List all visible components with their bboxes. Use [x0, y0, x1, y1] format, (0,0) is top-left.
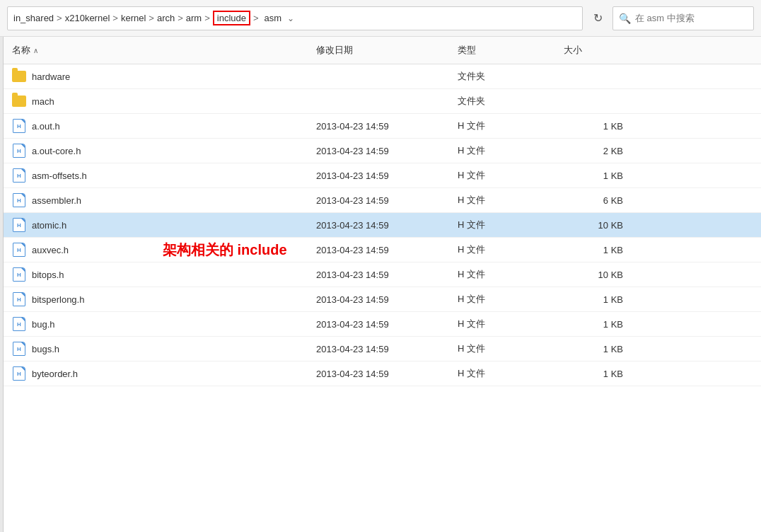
h-file-icon: H: [12, 366, 26, 381]
column-header-size[interactable]: 大小: [555, 41, 640, 59]
table-row[interactable]: Hasm-offsets.h2013-04-23 14:59H 文件1 KB: [4, 163, 761, 188]
file-type-cell: H 文件: [449, 362, 555, 385]
chevron-down-icon[interactable]: ⌄: [287, 13, 294, 23]
file-size-cell: 1 KB: [555, 289, 640, 310]
refresh-button[interactable]: ↻: [587, 8, 608, 29]
breadcrumb-sep-1: >: [112, 13, 118, 23]
file-name-cell: Hassembler.h: [4, 188, 308, 212]
file-modified-cell: 2013-04-23 14:59: [308, 265, 449, 285]
file-name-cell: Hbug.h: [4, 312, 308, 336]
file-name-label: mach: [32, 96, 54, 107]
table-row[interactable]: Hbitsperlong.h2013-04-23 14:59H 文件1 KB: [4, 287, 761, 312]
table-row[interactable]: mach文件夹: [4, 89, 761, 114]
file-name-label: atomic.h: [32, 220, 66, 231]
file-size-cell: 6 KB: [555, 190, 640, 211]
table-row[interactable]: Ha.out.h2013-04-23 14:59H 文件1 KB: [4, 114, 761, 139]
file-name-cell: Hasm-offsets.h: [4, 163, 308, 187]
list-header: 名称 ∧ 修改日期 类型 大小: [4, 37, 761, 64]
file-modified-cell: 2013-04-23 14:59: [308, 116, 449, 137]
file-modified-cell: 2013-04-23 14:59: [308, 166, 449, 186]
search-input[interactable]: [635, 13, 741, 23]
breadcrumb-sep-4: >: [204, 13, 210, 23]
file-name-label: bugs.h: [32, 344, 59, 354]
table-row[interactable]: Ha.out-core.h2013-04-23 14:59H 文件2 KB: [4, 139, 761, 163]
file-size-cell: 1 KB: [555, 314, 640, 335]
search-box[interactable]: 🔍: [612, 6, 754, 30]
file-size-cell: 1 KB: [555, 166, 640, 186]
file-name-cell: Hbyteorder.h: [4, 362, 308, 386]
table-row[interactable]: Hatomic.h2013-04-23 14:59H 文件10 KB: [4, 213, 761, 238]
file-type-cell: H 文件: [449, 164, 555, 187]
tooltip-text: 架构相关的 include: [163, 242, 287, 258]
file-type-cell: H 文件: [449, 337, 555, 360]
file-modified-cell: 2013-04-23 14:59: [308, 339, 449, 359]
file-name-label: hardware: [32, 71, 70, 82]
file-size-cell: 1 KB: [555, 240, 640, 260]
search-icon: 🔍: [619, 13, 631, 24]
file-modified-cell: 2013-04-23 14:59: [308, 364, 449, 384]
breadcrumb-arch[interactable]: arch: [157, 13, 175, 23]
table-row[interactable]: Hauxvec.h2013-04-23 14:59H 文件1 KB: [4, 238, 761, 262]
table-row[interactable]: Hbugs.h2013-04-23 14:59H 文件1 KB: [4, 337, 761, 362]
file-name-label: auxvec.h: [32, 245, 69, 255]
file-list-container: 名称 ∧ 修改日期 类型 大小 hardware文件夹mach文件夹Ha.out…: [0, 37, 761, 532]
file-size-cell: [555, 96, 640, 106]
table-row[interactable]: hardware文件夹: [4, 64, 761, 89]
file-name-label: bitops.h: [32, 270, 64, 280]
table-row[interactable]: Hbyteorder.h2013-04-23 14:59H 文件1 KB: [4, 362, 761, 386]
h-file-icon: H: [12, 193, 26, 207]
file-size-cell: 1 KB: [555, 364, 640, 384]
file-name-cell: hardware: [4, 64, 308, 88]
file-name-label: bitsperlong.h: [32, 294, 84, 305]
file-type-cell: H 文件: [449, 139, 555, 162]
file-rows: hardware文件夹mach文件夹Ha.out.h2013-04-23 14:…: [4, 64, 761, 386]
file-size-cell: [555, 71, 640, 81]
breadcrumb-sep-2: >: [149, 13, 154, 23]
breadcrumb-x210kernel[interactable]: x210kernel: [65, 13, 110, 23]
breadcrumb-arm[interactable]: arm: [186, 13, 202, 23]
file-name-label: assembler.h: [32, 195, 81, 206]
file-modified-cell: [308, 96, 449, 106]
h-file-icon: H: [12, 267, 26, 282]
file-name-label: a.out.h: [32, 121, 60, 132]
sidebar-edge: [0, 37, 4, 532]
file-modified-cell: [308, 71, 449, 81]
file-type-cell: 文件夹: [449, 90, 555, 112]
file-name-label: asm-offsets.h: [32, 170, 87, 181]
file-type-cell: H 文件: [449, 238, 555, 261]
file-modified-cell: 2013-04-23 14:59: [308, 240, 449, 260]
file-name-label: bug.h: [32, 319, 55, 330]
file-size-cell: 10 KB: [555, 215, 640, 236]
breadcrumb-in-shared[interactable]: in_shared: [13, 13, 54, 23]
file-name-cell: Hbitsperlong.h: [4, 287, 308, 311]
h-file-icon: H: [12, 292, 26, 306]
file-modified-cell: 2013-04-23 14:59: [308, 289, 449, 310]
file-size-cell: 10 KB: [555, 265, 640, 285]
table-row[interactable]: Hbitops.h2013-04-23 14:59H 文件10 KB: [4, 262, 761, 287]
breadcrumb[interactable]: in_shared > x210kernel > kernel > arch >…: [7, 6, 583, 30]
h-file-icon: H: [12, 144, 26, 158]
column-header-name[interactable]: 名称 ∧: [4, 41, 308, 59]
file-size-cell: 1 KB: [555, 116, 640, 137]
breadcrumb-sep-5: >: [253, 13, 259, 23]
file-type-cell: H 文件: [449, 288, 555, 311]
table-row[interactable]: Hbug.h2013-04-23 14:59H 文件1 KB: [4, 312, 761, 337]
tooltip-overlay: 架构相关的 include: [163, 241, 287, 260]
file-name-cell: Hbugs.h: [4, 337, 308, 361]
h-file-icon: H: [12, 168, 26, 183]
breadcrumb-kernel[interactable]: kernel: [121, 13, 146, 23]
file-name-cell: Hatomic.h: [4, 213, 308, 237]
breadcrumb-asm[interactable]: asm: [265, 13, 282, 23]
h-file-icon: H: [12, 243, 26, 257]
file-name-cell: Hbitops.h: [4, 262, 308, 287]
file-type-cell: H 文件: [449, 263, 555, 286]
table-row[interactable]: Hassembler.h2013-04-23 14:59H 文件6 KB: [4, 188, 761, 213]
file-name-label: byteorder.h: [32, 369, 78, 379]
breadcrumb-include[interactable]: include: [213, 11, 250, 25]
file-type-cell: H 文件: [449, 189, 555, 212]
folder-icon: [12, 94, 26, 108]
column-header-type[interactable]: 类型: [449, 41, 555, 59]
column-header-modified[interactable]: 修改日期: [308, 41, 449, 59]
file-size-cell: 1 KB: [555, 339, 640, 359]
file-name-cell: Ha.out-core.h: [4, 139, 308, 163]
